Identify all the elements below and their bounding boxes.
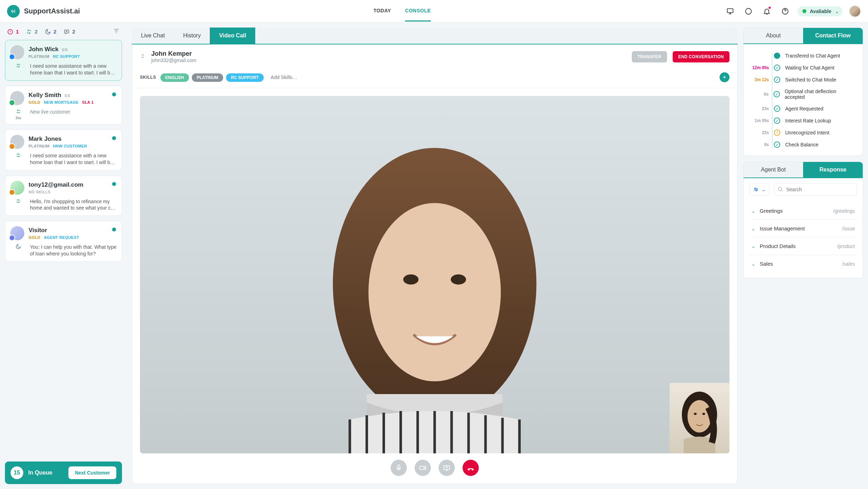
filter-loop[interactable]: 2 [26,29,37,35]
unread-dot-icon [112,92,116,96]
card-status-icon [10,244,26,257]
tab-live-chat[interactable]: Live Chat [132,28,174,44]
sidebar: 1 2 2 2 John WickEN PLATINUMRC SUPPORT I… [0,23,127,489]
svg-point-24 [778,187,782,191]
share-button[interactable] [439,460,455,476]
contact-avatar [10,91,24,105]
filter-moon[interactable]: 2 [45,29,56,35]
flow-item: 3m 12s Switched to Chat Mode [750,74,856,86]
response-item[interactable]: ⌄ Sales /sales [749,255,857,272]
availability-selector[interactable]: Avaliable ⌄ [797,6,843,16]
contact-tags: GOLDNEW MORTGAGESLA 1 [29,100,93,104]
filter-settings-icon[interactable] [113,28,120,36]
center-content: John Kemper john332@gmail.com TRANSFER E… [132,44,738,484]
channel-badge-icon [9,99,15,106]
tab-contact-flow[interactable]: Contact Flow [803,28,863,43]
self-video-pip[interactable] [670,383,729,453]
remote-video-icon [140,96,729,453]
filter-alert[interactable]: 1 [7,29,19,35]
filter-loop-count: 2 [35,29,37,35]
skill-chip[interactable]: ENGLISH [160,73,189,82]
add-skill-button[interactable]: + [720,72,729,82]
svg-point-12 [403,274,418,284]
contact-card[interactable]: tony12@gmail.com NO SKILLS Hello, I'm sh… [5,175,122,216]
bell-icon[interactable] [761,5,773,17]
camera-button[interactable] [415,460,431,476]
contact-card[interactable]: John WickEN PLATINUMRC SUPPORT I need so… [5,40,122,81]
filter-x[interactable]: 2 [63,29,75,35]
tab-video-call[interactable]: Video Call [210,28,255,44]
response-list: ⌄ Greetings /greetings⌄ Issue Management… [744,201,863,278]
contact-card[interactable]: Kelly SmithES GOLDNEW MORTGAGESLA 1 3m N… [5,86,122,125]
svg-point-15 [687,400,711,433]
flow-dot-icon [774,65,780,71]
channel-badge-icon [9,235,15,241]
flow-time: 22s [750,130,769,135]
unread-dot-icon [112,182,116,186]
flow-label: Unrecognized Intent [785,130,829,135]
lang-tag: ES [65,93,71,98]
contact-preview: New live customer [30,109,117,120]
response-shortcut: /greetings [833,208,855,214]
nav-today[interactable]: TODAY [373,1,391,22]
tag: RC SUPPORT [53,54,80,59]
svg-point-17 [702,413,705,415]
response-shortcut: /issue [842,226,855,231]
tab-about[interactable]: About [744,28,803,43]
add-skill-input[interactable] [271,74,715,80]
contact-avatar [10,181,24,195]
contact-card[interactable]: Mark Jones PLATINUMHNW CUSTOMER I need s… [5,129,122,170]
flow-time: 12m 05s [750,65,769,70]
response-item[interactable]: ⌄ Greetings /greetings [749,202,857,219]
contact-card[interactable]: Visitor GOLDAGENT REQUEST You: I can hel… [5,221,122,262]
flow-dot-icon [774,141,780,148]
svg-rect-2 [13,10,14,12]
tab-response[interactable]: Response [803,162,863,177]
tag: NO SKILLS [29,190,50,194]
filter-moon-count: 2 [54,29,56,35]
tab-history[interactable]: History [174,28,210,44]
skill-chip[interactable]: PLATINUM [192,73,223,82]
skills-label: SKILLS [140,75,156,80]
chevron-down-icon: ⌄ [835,8,839,14]
skill-chip[interactable]: RC SUPPORT [226,73,264,82]
flow-item: 22s Unrecognized Intent [750,127,856,139]
tab-agent-bot[interactable]: Agent Bot [744,162,803,177]
main: Live Chat History Video Call John Kemper… [127,23,868,489]
response-shortcut: /sales [842,261,855,267]
contact-preview: You: I can help you with that. What type… [30,244,117,257]
response-item[interactable]: ⌄ Product Details /product [749,237,857,255]
help-icon[interactable] [779,5,791,17]
response-toolbar: ⌄ [744,178,863,201]
end-conversation-button[interactable]: END CONVERSATION [673,51,729,62]
hangup-button[interactable] [463,460,479,476]
video-main[interactable] [140,96,729,453]
contact-avatar [10,226,24,240]
flow-panel: About Contact Flow Transfered to Chat Ag… [743,28,863,156]
flow-label: Transfered to Chat Agent [785,53,840,59]
transfer-button[interactable]: TRANSFER [632,51,667,62]
response-filter-button[interactable]: ⌄ [749,183,770,195]
contact-name: tony12@gmail.com [29,181,83,188]
tag: SLA 1 [82,100,94,104]
flow-tabs: About Contact Flow [744,28,863,44]
flow-dot-icon [774,53,780,59]
profile-avatar[interactable] [849,5,861,17]
chat-icon[interactable] [742,5,754,17]
contact-tags: PLATINUMHNW CUSTOMER [29,144,87,148]
contact-name: Mark Jones [29,135,62,143]
flow-dot-icon [774,117,780,124]
flow-dot-icon [774,77,780,83]
search-icon [777,186,783,192]
nav-console[interactable]: CONSOLE [405,1,431,22]
top-nav: TODAY CONSOLE [90,1,714,22]
flow-time: 1m 05s [750,118,769,123]
expand-collapse-icon[interactable] [140,53,146,61]
response-search-input[interactable] [774,183,857,196]
flow-time: 23s [750,106,769,111]
next-customer-button[interactable]: Next Customer [68,466,116,479]
screen-icon[interactable] [724,5,736,17]
mute-button[interactable] [391,460,407,476]
response-item[interactable]: ⌄ Issue Management /issue [749,219,857,237]
flow-item: Transfered to Chat Agent [750,50,856,62]
